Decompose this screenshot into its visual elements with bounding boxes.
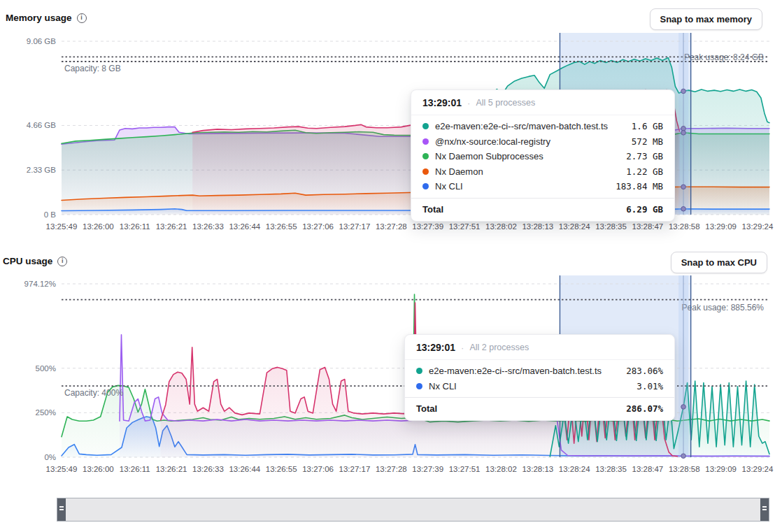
tooltip-header: 13:29:01 · All 5 processes (411, 90, 674, 115)
process-color-dot-icon (416, 368, 422, 374)
x-tick-label: 13:28:13 (522, 222, 553, 231)
process-value: 183.84 MB (616, 181, 663, 192)
tooltip-separator: · (461, 343, 464, 353)
process-value: 283.06% (626, 366, 663, 376)
peak-label: Peak usage: 885.56% (682, 303, 765, 312)
tooltip-rows: e2e-maven:e2e-ci--src/maven-batch.test.t… (405, 360, 674, 397)
x-tick-label: 13:26:11 (120, 222, 150, 231)
x-tick-label: 13:26:00 (83, 222, 114, 231)
tooltip-subtitle: All 2 processes (469, 343, 529, 352)
tooltip-process-row: Nx Daemon Subprocesses2.73 GB (411, 149, 674, 164)
timeline-scrollbar[interactable] (57, 498, 769, 522)
process-color-dot-icon (422, 153, 429, 159)
x-tick-label: 13:26:55 (266, 222, 297, 231)
crosshair-dot (681, 89, 686, 94)
x-tick-label: 13:27:06 (302, 465, 334, 473)
snap-to-max-cpu-button[interactable]: Snap to max CPU (671, 252, 767, 273)
y-tick-label: 2.33 GB (27, 166, 57, 174)
y-tick-label: 250% (36, 408, 56, 417)
tooltip-process-row: Nx CLI3.01% (405, 379, 674, 394)
x-tick-label: 13:26:21 (156, 222, 187, 231)
process-name: Nx CLI (429, 381, 630, 391)
memory-usage-title: Memory usage (6, 13, 72, 23)
tooltip-total-value: 6.29 GB (626, 204, 663, 215)
x-tick-label: 13:27:06 (302, 222, 334, 231)
info-icon[interactable] (77, 13, 87, 23)
x-tick-label: 13:28:58 (669, 222, 700, 231)
x-tick-label: 13:28:47 (632, 222, 664, 231)
tooltip-subtitle: All 5 processes (476, 98, 535, 108)
memory-tooltip: 13:29:01 · All 5 processes e2e-maven:e2e… (411, 89, 675, 222)
grip-icon (762, 509, 767, 510)
process-value: 572 MB (632, 136, 663, 147)
crosshair-dot (681, 206, 686, 211)
process-color-dot-icon (422, 168, 429, 175)
process-color-dot-icon (422, 183, 429, 189)
process-color-dot-icon (422, 138, 429, 145)
process-value: 1.22 GB (626, 166, 663, 177)
y-tick-label: 4.66 GB (27, 121, 57, 129)
crosshair-dot (681, 131, 686, 136)
x-tick-label: 13:26:44 (229, 465, 260, 473)
x-tick-label: 13:28:13 (522, 465, 553, 473)
x-tick-label: 13:28:58 (669, 465, 700, 473)
x-tick-label: 13:26:33 (192, 465, 224, 473)
y-tick-label: 0 B (44, 210, 57, 219)
capacity-label: Capacity: 8 GB (64, 64, 121, 73)
x-tick-label: 13:28:47 (632, 465, 664, 473)
process-color-dot-icon (416, 383, 422, 389)
x-tick-label: 13:28:35 (595, 465, 627, 473)
tooltip-time: 13:29:01 (422, 97, 462, 108)
tooltip-total-value: 286.07% (626, 403, 663, 414)
tooltip-process-row: e2e-maven:e2e-ci--src/maven-batch.test.t… (411, 119, 674, 134)
process-name: e2e-maven:e2e-ci--src/maven-batch.test.t… (435, 121, 625, 131)
x-tick-label: 13:29:09 (705, 222, 737, 231)
x-tick-label: 13:26:00 (83, 465, 114, 473)
tooltip-process-row: Nx CLI183.84 MB (411, 179, 674, 194)
tooltip-total-label: Total (422, 204, 443, 215)
memory-section-header: Memory usage (6, 13, 87, 23)
x-tick-label: 13:28:35 (595, 222, 627, 231)
cpu-usage-title: CPU usage (3, 256, 52, 266)
scrollbar-right-handle[interactable] (760, 498, 769, 521)
process-value: 2.73 GB (626, 151, 663, 161)
cpu-tooltip: 13:29:01 · All 2 processes e2e-maven:e2e… (404, 334, 675, 421)
x-tick-label: 13:28:24 (559, 222, 590, 231)
scrollbar-left-handle[interactable] (57, 498, 66, 521)
peak-label: Peak usage: 8.24 GB (684, 52, 764, 62)
x-tick-label: 13:28:24 (559, 465, 590, 473)
tooltip-process-row: e2e-maven:e2e-ci--src/maven-batch.test.t… (405, 364, 674, 379)
capacity-label: Capacity: 400% (64, 388, 123, 398)
x-tick-label: 13:27:28 (376, 465, 407, 473)
process-name: Nx CLI (435, 181, 609, 192)
tooltip-total-row: Total 6.29 GB (411, 198, 674, 221)
cpu-section-header: CPU usage (3, 256, 67, 266)
grip-icon (59, 509, 64, 510)
process-color-dot-icon (422, 123, 429, 129)
tooltip-rows: e2e-maven:e2e-ci--src/maven-batch.test.t… (411, 115, 674, 198)
tooltip-process-row: Nx Daemon1.22 GB (411, 164, 674, 180)
y-tick-label: 9.06 GB (27, 37, 57, 45)
x-tick-label: 13:28:02 (485, 222, 517, 231)
y-tick-label: 0% (44, 453, 56, 461)
x-tick-label: 13:29:24 (742, 222, 774, 231)
y-tick-label: 974.12% (24, 280, 56, 288)
x-tick-label: 13:28:02 (485, 465, 517, 473)
x-tick-label: 13:29:09 (705, 465, 737, 473)
process-value: 3.01% (637, 381, 663, 391)
x-tick-label: 13:27:17 (339, 222, 371, 231)
crosshair-dot (681, 405, 686, 410)
x-tick-label: 13:27:51 (449, 222, 481, 231)
process-name: e2e-maven:e2e-ci--src/maven-batch.test.t… (429, 366, 620, 376)
crosshair-dot (681, 185, 686, 189)
tooltip-process-row: @nx/nx-source:local-registry572 MB (411, 134, 674, 150)
x-tick-label: 13:27:28 (376, 222, 407, 231)
x-tick-label: 13:26:33 (192, 222, 224, 231)
info-icon[interactable] (57, 257, 67, 266)
tooltip-header: 13:29:01 · All 2 processes (405, 335, 674, 360)
crosshair-dot (681, 454, 686, 459)
nx-profiler-page: Memory usage Snap to max memory 9.06 GB4… (0, 0, 782, 532)
snap-to-max-memory-button[interactable]: Snap to max memory (650, 8, 763, 30)
process-name: @nx/nx-source:local-registry (435, 136, 625, 147)
process-value: 1.6 GB (632, 121, 663, 131)
